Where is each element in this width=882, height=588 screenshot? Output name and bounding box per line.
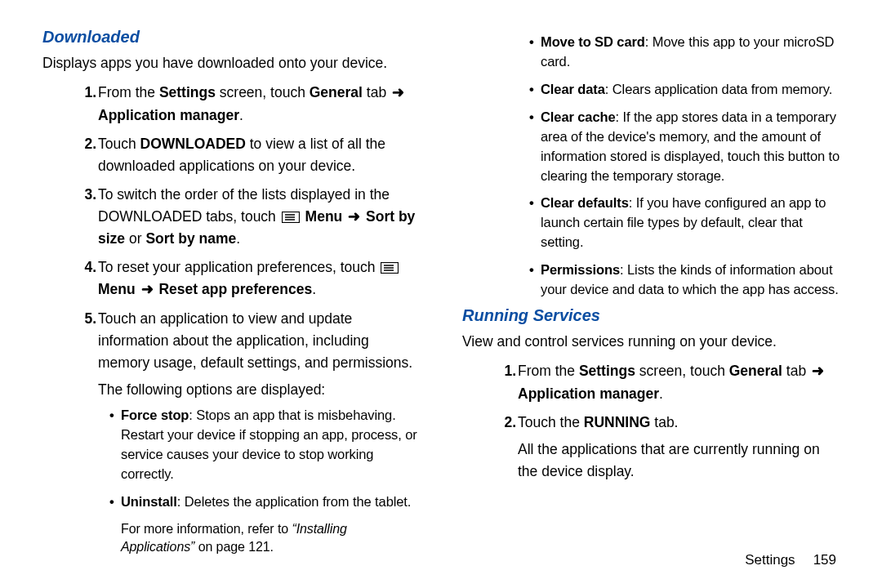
install-reference-note: For more information, refer to “Installi… [121,520,423,557]
running-steps: From the Settings screen, touch General … [462,360,843,483]
downloaded-intro: Displays apps you have downloaded onto y… [42,53,423,74]
text-bold: DOWNLOADED [140,136,246,152]
bullet-permissions: Permissions: Lists the kinds of informat… [541,261,843,300]
footer-page-number: 159 [813,552,836,568]
page-footer: Settings159 [745,552,836,568]
arrow-icon: ➜ [390,82,406,104]
bullet-clear-data: Clear data: Clears application data from… [541,80,843,100]
running-services-section: Running Services View and control servic… [462,306,843,483]
step-4: To reset your application preferences, t… [98,256,423,301]
bullet-clear-defaults: Clear defaults: If you have configured a… [541,194,843,252]
manual-page: Downloaded Displays apps you have downlo… [0,0,882,588]
step-2: Touch the RUNNING tab. All the applicati… [518,412,843,483]
downloaded-steps: From the Settings screen, touch General … [42,28,843,572]
desc: : Clears application data from memory. [605,82,832,96]
arrow-icon: ➜ [810,360,826,382]
step-2: Touch DOWNLOADED to view a list of all t… [98,133,423,177]
text: on page 121. [194,540,274,554]
label: Clear cache [541,109,616,124]
menu-icon [381,262,399,274]
text: or [125,230,145,247]
text: From the [518,363,579,379]
text: . [312,281,316,297]
text-bold: Application manager [98,107,239,123]
footer-section: Settings [745,552,795,568]
text-bold: General [729,363,782,379]
text: tab [782,363,810,379]
text: . [236,230,240,247]
text: To reset your application preferences, t… [98,259,379,275]
text: From the [98,84,159,100]
label: Clear defaults [541,195,629,210]
text-bold: RUNNING [584,414,651,430]
text: . [239,107,243,123]
arrow-icon: ➜ [140,278,155,301]
heading-running-services: Running Services [462,306,843,325]
text-bold: Settings [159,84,216,100]
label: Uninstall [121,494,177,509]
text-bold: Settings [579,363,635,379]
menu-icon [282,212,300,223]
text: Touch [98,136,140,152]
text: For more information, refer to [121,522,292,536]
bullet-move-sd: Move to SD card: Move this app to your m… [541,33,843,72]
text: tab. [650,414,678,430]
text-bold: Application manager [518,385,659,402]
options-lead: The following options are displayed: [98,379,423,401]
step-1: From the Settings screen, touch General … [98,82,423,126]
arrow-icon: ➜ [346,206,362,228]
bullet-clear-cache: Clear cache: If the app stores data in a… [541,108,843,186]
label: Force stop [121,408,189,422]
heading-downloaded: Downloaded [42,28,423,47]
running-after: All the applications that are currently … [518,439,843,483]
label: Clear data [541,82,605,96]
text-bold: Reset app preferences [158,281,312,297]
text: screen, touch [635,363,729,379]
text-bold: Menu [98,281,136,297]
option-bullets-right: Move to SD card: Move this app to your m… [518,33,843,300]
text: screen, touch [216,84,310,100]
desc: : Deletes the application from the table… [177,494,412,509]
text: tab [363,84,390,100]
text-bold: Sort by name [145,230,236,247]
bullet-force-stop: Force stop: Stops an app that is misbeha… [121,406,423,484]
text-bold: General [310,84,363,100]
running-intro: View and control services running on you… [462,332,843,352]
option-bullets-left: Force stop: Stops an app that is misbeha… [98,406,423,512]
step-3: To switch the order of the lists display… [98,184,423,250]
text: . [659,385,663,402]
label: Permissions [541,262,620,277]
bullet-uninstall: Uninstall: Deletes the application from … [121,492,423,512]
step-1: From the Settings screen, touch General … [518,360,843,404]
text: Touch an application to view and update … [98,310,412,371]
text: Touch the [518,414,584,430]
text-bold: Menu [305,208,343,225]
label: Move to SD card [541,34,645,49]
